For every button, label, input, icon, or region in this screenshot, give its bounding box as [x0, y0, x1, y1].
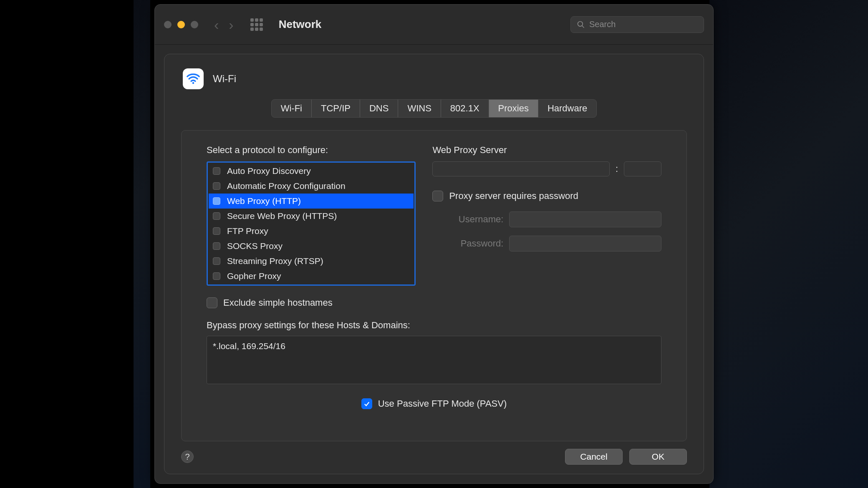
protocol-item[interactable]: FTP Proxy	[209, 224, 414, 239]
protocol-label: Automatic Proxy Configuration	[227, 181, 346, 191]
bypass-hosts-textarea[interactable]	[207, 336, 661, 384]
desktop-background-right	[709, 0, 868, 488]
window-controls	[164, 21, 198, 28]
protocol-checkbox[interactable]	[213, 167, 220, 175]
forward-button[interactable]: ›	[229, 18, 233, 32]
protocol-item[interactable]: SOCKS Proxy	[209, 239, 414, 254]
svg-point-2	[192, 82, 194, 84]
protocol-checkbox[interactable]	[213, 257, 220, 265]
tab-hardware[interactable]: Hardware	[538, 100, 596, 117]
wifi-icon	[183, 68, 204, 89]
minimize-window-button[interactable]	[177, 21, 185, 28]
tab-dns[interactable]: DNS	[360, 100, 398, 117]
protocol-checkbox[interactable]	[213, 197, 220, 205]
requires-password-label: Proxy server requires password	[449, 191, 578, 201]
exclude-simple-row[interactable]: Exclude simple hostnames	[207, 297, 416, 308]
tab-wins[interactable]: WINS	[398, 100, 441, 117]
protocol-checkbox[interactable]	[213, 227, 220, 235]
exclude-simple-label: Exclude simple hostnames	[223, 297, 333, 308]
protocol-checkbox[interactable]	[213, 272, 220, 280]
protocol-item[interactable]: Auto Proxy Discovery	[209, 164, 414, 179]
passive-ftp-label: Use Passive FTP Mode (PASV)	[378, 398, 507, 409]
protocol-label: Secure Web Proxy (HTTPS)	[227, 211, 337, 221]
host-port-separator: :	[616, 164, 618, 174]
passive-ftp-checkbox[interactable]	[361, 398, 372, 409]
passive-ftp-row[interactable]: Use Passive FTP Mode (PASV)	[361, 398, 507, 409]
proxy-port-input[interactable]	[624, 161, 661, 176]
protocol-list[interactable]: Auto Proxy DiscoveryAutomatic Proxy Conf…	[207, 161, 416, 286]
sheet-footer: ? Cancel OK	[181, 449, 687, 465]
requires-password-checkbox[interactable]	[432, 191, 443, 201]
protocol-section-label: Select a protocol to configure:	[207, 145, 416, 156]
proxy-host-input[interactable]	[432, 161, 609, 176]
username-input[interactable]	[509, 211, 661, 227]
network-preferences-window: ‹ › Network Search	[154, 4, 714, 484]
protocol-label: Gopher Proxy	[227, 271, 281, 281]
bypass-label: Bypass proxy settings for these Hosts & …	[207, 320, 661, 331]
svg-point-0	[578, 21, 583, 26]
protocol-checkbox[interactable]	[213, 242, 220, 250]
password-input[interactable]	[509, 236, 661, 252]
help-button[interactable]: ?	[181, 450, 194, 463]
proxies-pane: Select a protocol to configure: Auto Pro…	[181, 130, 687, 441]
protocol-item[interactable]: Automatic Proxy Configuration	[209, 179, 414, 194]
svg-line-1	[582, 25, 584, 28]
tab-802-1x[interactable]: 802.1X	[441, 100, 489, 117]
tab-tcp-ip[interactable]: TCP/IP	[312, 100, 360, 117]
protocol-label: Auto Proxy Discovery	[227, 166, 311, 176]
search-icon	[577, 20, 585, 29]
protocol-label: Web Proxy (HTTP)	[227, 196, 301, 206]
search-placeholder: Search	[589, 20, 616, 29]
protocol-label: SOCKS Proxy	[227, 241, 283, 251]
protocol-label: FTP Proxy	[227, 226, 268, 236]
cancel-button[interactable]: Cancel	[565, 449, 623, 465]
window-titlebar: ‹ › Network Search	[155, 5, 713, 45]
tab-row: Wi-FiTCP/IPDNSWINS802.1XProxiesHardware	[271, 99, 597, 118]
search-field[interactable]: Search	[570, 16, 704, 33]
back-button[interactable]: ‹	[214, 18, 219, 32]
username-label: Username:	[449, 214, 503, 225]
protocol-item[interactable]: Streaming Proxy (RTSP)	[209, 254, 414, 269]
ok-button[interactable]: OK	[629, 449, 687, 465]
protocol-item[interactable]: Secure Web Proxy (HTTPS)	[209, 209, 414, 224]
requires-password-row[interactable]: Proxy server requires password	[432, 191, 661, 201]
show-all-icon[interactable]	[250, 18, 263, 31]
protocol-item[interactable]: Web Proxy (HTTP)	[209, 194, 414, 209]
tab-proxies[interactable]: Proxies	[489, 100, 538, 117]
protocol-checkbox[interactable]	[213, 212, 220, 220]
tab-wi-fi[interactable]: Wi-Fi	[272, 100, 312, 117]
password-label: Password:	[449, 238, 503, 249]
protocol-label: Streaming Proxy (RTSP)	[227, 256, 323, 266]
interface-name: Wi-Fi	[213, 73, 236, 85]
window-title: Network	[279, 18, 322, 31]
desktop-background-left	[134, 0, 150, 488]
exclude-simple-checkbox[interactable]	[207, 297, 217, 308]
close-window-button[interactable]	[164, 21, 172, 28]
zoom-window-button[interactable]	[191, 21, 198, 28]
nav-arrows: ‹ ›	[214, 18, 234, 32]
proxies-sheet: Wi-Fi Wi-FiTCP/IPDNSWINS802.1XProxiesHar…	[164, 54, 704, 474]
protocol-checkbox[interactable]	[213, 182, 220, 190]
proxy-server-label: Web Proxy Server	[432, 145, 661, 156]
interface-header: Wi-Fi	[183, 68, 687, 89]
protocol-item[interactable]: Gopher Proxy	[209, 269, 414, 284]
